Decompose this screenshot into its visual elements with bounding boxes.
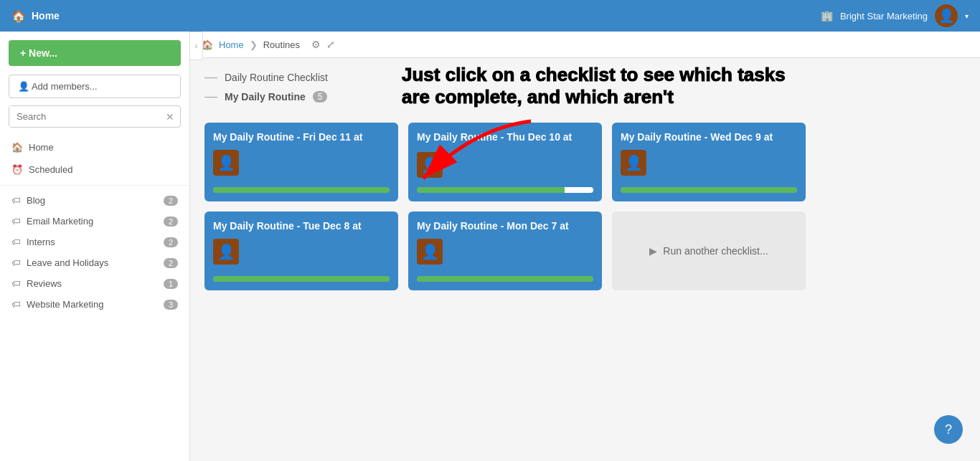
sidebar-item-scheduled[interactable]: ⏰ Scheduled [0, 158, 189, 181]
tag-icon: 🏷 [11, 216, 21, 227]
daily-routine-checklist-title[interactable]: Daily Routine Checklist [225, 72, 328, 83]
new-button[interactable]: New... [9, 40, 181, 66]
tag-icon: 🏷 [11, 195, 21, 206]
card-progress-tue [213, 276, 390, 282]
avatar[interactable]: 👤 [935, 4, 958, 27]
sidebar-tag-blog[interactable]: 🏷 Blog 2 [0, 190, 189, 211]
tag-blog-badge: 2 [164, 196, 178, 206]
card-avatar-mon: 👤 [417, 239, 443, 265]
tag-reviews-badge: 1 [164, 279, 178, 289]
tag-website-badge: 3 [164, 300, 178, 310]
clock-icon: ⏰ [11, 164, 23, 175]
tag-interns-label: Interns [27, 237, 55, 247]
checklist-section: — Daily Routine Checklist — My Daily Rou… [190, 58, 980, 123]
my-daily-routine-title[interactable]: My Daily Routine [225, 91, 306, 103]
sidebar-scheduled-label: Scheduled [29, 164, 72, 175]
play-icon: ▶ [649, 245, 657, 257]
card-title-fri: My Daily Routine - Fri Dec 11 at [213, 131, 390, 143]
breadcrumb-icons: ⚙ ⤢ [311, 39, 335, 50]
add-members-button[interactable]: 👤 Add members... [9, 75, 181, 98]
sidebar-tag-email-marketing[interactable]: 🏷 Email Marketing 2 [0, 211, 189, 232]
card-avatar-tue: 👤 [213, 239, 239, 265]
sidebar-tag-interns[interactable]: 🏷 Interns 2 [0, 232, 189, 252]
run-another-card[interactable]: ▶ Run another checklist... [612, 212, 806, 290]
search-clear-button[interactable]: ✕ [160, 111, 180, 123]
routine-count-badge: 5 [313, 91, 328, 103]
checklist-card-mon[interactable]: My Daily Routine - Mon Dec 7 at 👤 [408, 212, 602, 290]
breadcrumb: 🏠 Home ❯ Routines ⚙ ⤢ [190, 32, 980, 58]
breadcrumb-sep: ❯ [250, 39, 258, 50]
home-sidebar-icon: 🏠 [11, 142, 23, 153]
dash-icon-2: — [204, 89, 217, 104]
settings-icon-button[interactable]: ⚙ [311, 39, 321, 50]
card-progress-fri [213, 187, 390, 193]
chat-button[interactable]: ? [934, 415, 963, 444]
sidebar-home-label: Home [29, 142, 54, 153]
sidebar-item-home[interactable]: 🏠 Home [0, 136, 189, 158]
breadcrumb-home-icon: 🏠 [202, 39, 213, 50]
tag-icon: 🏷 [11, 299, 21, 310]
sidebar-tag-reviews[interactable]: 🏷 Reviews 1 [0, 273, 189, 294]
tag-icon: 🏷 [11, 278, 21, 289]
tag-icon: 🏷 [11, 257, 21, 268]
top-nav-left: 🏠 Home [11, 9, 60, 23]
dash-icon: — [204, 70, 217, 85]
top-nav: 🏠 Home 🏢 Bright Star Marketing 👤 ▾ [0, 0, 980, 32]
checklist-card-thu[interactable]: My Daily Routine - Thu Dec 10 at 👤 [408, 123, 602, 201]
breadcrumb-current: Routines [263, 39, 300, 50]
checklist-card-tue[interactable]: My Daily Routine - Tue Dec 8 at 👤 [204, 212, 398, 290]
search-input[interactable] [9, 106, 160, 127]
checklist-card-wed[interactable]: My Daily Routine - Wed Dec 9 at 👤 [612, 123, 806, 201]
sidebar-divider [0, 185, 189, 186]
tag-leave-badge: 2 [164, 258, 178, 268]
my-daily-routine-row: — My Daily Routine 5 [204, 89, 966, 104]
card-avatar-wed: 👤 [621, 150, 646, 176]
tag-blog-label: Blog [27, 195, 45, 206]
top-nav-right: 🏢 Bright Star Marketing 👤 ▾ [821, 4, 969, 27]
org-icon: 🏢 [821, 10, 833, 22]
card-title-wed: My Daily Routine - Wed Dec 9 at [621, 131, 797, 143]
card-avatar-fri: 👤 [213, 150, 239, 176]
org-name: Bright Star Marketing [840, 11, 928, 22]
card-title-mon: My Daily Routine - Mon Dec 7 at [417, 220, 593, 232]
tag-interns-badge: 2 [164, 237, 178, 247]
daily-routine-checklist-row: — Daily Routine Checklist [204, 70, 966, 85]
sidebar-tag-website-marketing[interactable]: 🏷 Website Marketing 3 [0, 294, 189, 315]
card-progress-wed [621, 187, 797, 193]
sidebar-tag-leave[interactable]: 🏷 Leave and Holidays 2 [0, 252, 189, 273]
run-another-label: Run another checklist... [663, 245, 768, 257]
tag-website-label: Website Marketing [27, 299, 103, 310]
expand-icon-button[interactable]: ⤢ [326, 39, 335, 50]
card-title-tue: My Daily Routine - Tue Dec 8 at [213, 220, 390, 232]
search-wrap: ✕ [9, 105, 181, 128]
card-title-thu: My Daily Routine - Thu Dec 10 at [417, 131, 593, 143]
caret-icon: ▾ [965, 12, 969, 20]
tag-email-label: Email Marketing [27, 216, 93, 227]
tag-reviews-label: Reviews [27, 278, 62, 289]
main-content: 🏠 Home ❯ Routines ⚙ ⤢ Just click on a ch… [190, 32, 980, 461]
tag-leave-label: Leave and Holidays [27, 257, 108, 268]
checklist-card-fri[interactable]: My Daily Routine - Fri Dec 11 at 👤 [204, 123, 398, 201]
cards-grid: My Daily Routine - Fri Dec 11 at 👤 My Da… [190, 123, 980, 305]
tag-email-badge: 2 [164, 217, 178, 227]
tag-icon: 🏷 [11, 237, 21, 247]
card-progress-thu [417, 187, 593, 193]
card-avatar-thu: 👤 [417, 152, 443, 178]
top-nav-home-label[interactable]: Home [32, 10, 60, 22]
home-nav-icon: 🏠 [11, 9, 26, 23]
sidebar: New... 👤 Add members... ✕ 🏠 Home ⏰ Sched… [0, 32, 190, 461]
breadcrumb-home-link[interactable]: Home [219, 39, 244, 50]
collapse-sidebar-button[interactable]: ‹ [190, 32, 203, 60]
card-progress-mon [417, 276, 593, 282]
